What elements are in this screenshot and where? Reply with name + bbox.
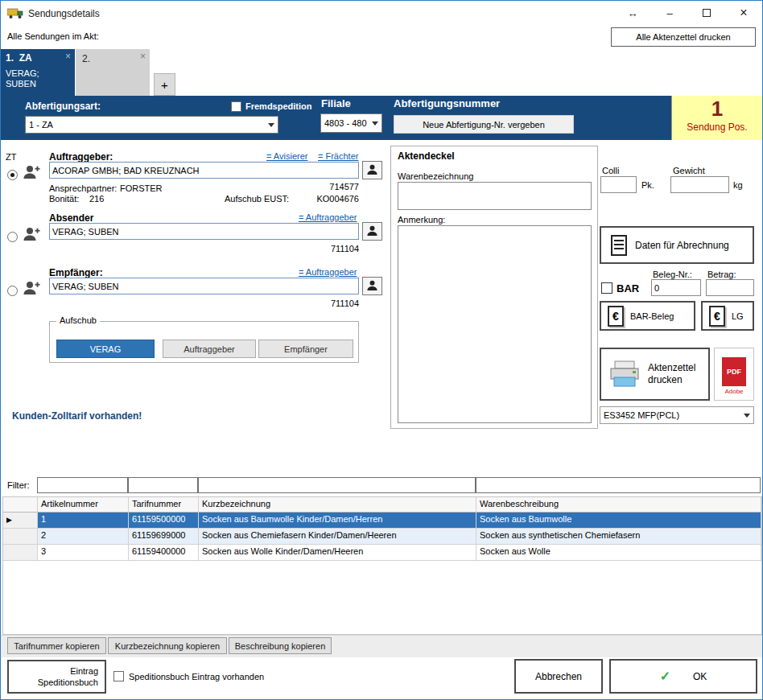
abfertigungsnummer-label: Abfertigungsnummer (394, 97, 500, 109)
cancel-button[interactable]: Abbrechen (514, 659, 603, 694)
copy-tarifnummer-button[interactable]: Tarifnummer kopieren (7, 637, 106, 654)
ok-button[interactable]: ✓ OK (609, 659, 757, 694)
colli-input[interactable] (600, 176, 637, 193)
cell-warenbeschreibung: Socken aus Wolle (476, 545, 761, 561)
aufschub-empfaenger-button[interactable]: Empfänger (258, 340, 353, 358)
bar-beleg-button[interactable]: € BAR-Beleg (600, 301, 695, 331)
row-header-cell (3, 529, 38, 545)
pdf-button[interactable]: PDF Adobe (714, 348, 754, 401)
lg-button[interactable]: € LG (701, 301, 754, 331)
absender-label: Absender (49, 212, 93, 224)
filter-input-kurzbezeichnung[interactable] (198, 477, 476, 493)
tab-sendung-2[interactable]: 2. × (76, 49, 150, 96)
bonitaet-value: 216 (89, 194, 104, 204)
add-contact-icon[interactable] (22, 225, 41, 245)
column-header-tarifnummer[interactable]: Tarifnummer (129, 497, 199, 513)
beleg-nr-label: Beleg-Nr.: (653, 270, 692, 279)
add-contact-icon[interactable] (22, 163, 41, 183)
empfaenger-auftraggeber-link[interactable]: = Auftraggeber (299, 267, 357, 277)
absender-contact-button[interactable] (362, 222, 382, 241)
filter-input-artikelnummer[interactable] (37, 477, 128, 493)
window-title: Sendungsdetails (28, 8, 100, 19)
empfaenger-contact-button[interactable] (362, 277, 382, 295)
printer-icon (608, 360, 641, 389)
person-icon (366, 279, 378, 291)
aufschub-verag-button[interactable]: VERAG (56, 340, 155, 358)
artikel-grid: Artikelnummer Tarifnummer Kurzbezeichnun… (2, 496, 762, 635)
cancel-label: Abbrechen (535, 671, 582, 682)
cell-kurzbezeichnung: Socken aus Baumwolle Kinder/Damen/Herren (199, 513, 476, 529)
cell-artikelnummer: 2 (38, 529, 129, 545)
add-contact-icon[interactable] (22, 279, 41, 299)
add-tab-button[interactable]: + (154, 73, 175, 96)
speditionsbuch-checkbox-label: Speditionsbuch Eintrag vorhanden (129, 672, 264, 681)
neue-abfertigungsnr-button[interactable]: Neue Abfertigung-Nr. vergeben (394, 115, 574, 134)
auftraggeber-contact-button[interactable] (362, 161, 382, 179)
betrag-input[interactable] (706, 279, 754, 296)
aktendeckel-title: Aktendeckel (398, 150, 455, 162)
aktendeckel-group: Aktendeckel Warenbezeichnung Anmerkung: (390, 146, 598, 429)
abrechnung-button[interactable]: Daten für Abrechnung (600, 226, 754, 264)
grid-row-3[interactable]: 3 61159400000 Socken aus Wolle Kinder/Da… (3, 545, 761, 561)
abfertigungsart-label: Abfertigungsart: (25, 101, 101, 112)
app-icon (7, 6, 25, 21)
tab-sendung-1[interactable]: 1. ZA × VERAG; SUBEN (1, 49, 75, 96)
auftraggeber-input[interactable] (49, 162, 359, 179)
row-pointer-icon: ▶ (6, 516, 12, 524)
abfertigungsart-value: 1 - ZA (26, 120, 265, 130)
euro-icon: € (709, 306, 725, 327)
chevron-down-icon (369, 114, 382, 132)
check-icon: ✓ (660, 669, 670, 684)
tab1-close-icon[interactable]: × (65, 51, 71, 62)
printer-select[interactable]: ES3452 MFP(PCL) (600, 406, 754, 424)
absender-radio[interactable] (7, 232, 18, 242)
absender-input[interactable] (49, 223, 359, 240)
warenbezeichnung-input[interactable] (398, 182, 592, 210)
lg-label: LG (732, 311, 744, 321)
speditionsbuch-checkbox[interactable] (113, 671, 124, 681)
grid-row-2[interactable]: 2 61159699000 Socken aus Chemiefasern Ki… (3, 529, 761, 545)
abfertigungsart-select[interactable]: 1 - ZA (25, 116, 278, 134)
resize-icon[interactable]: ↔ (614, 1, 651, 25)
column-header-warenbeschreibung[interactable]: Warenbeschreibung (476, 497, 761, 513)
speditionsbuch-entry-button[interactable]: Eintrag Speditionsbuch (7, 660, 106, 694)
pk-label: Pk. (641, 180, 654, 190)
pdf-icon: PDF (722, 357, 746, 386)
close-button[interactable]: × (725, 1, 762, 25)
ansprechpartner-label: Ansprechpartner: (49, 183, 117, 193)
fremdspedition-checkbox[interactable] (231, 101, 241, 112)
fraechter-link[interactable]: = Frächter (318, 151, 358, 161)
print-all-aktenzettel-button[interactable]: Alle Aktenzettel drucken (611, 27, 756, 47)
aktenzettel-print-label: Aktenzettel drucken (648, 362, 706, 386)
grid-row-1[interactable]: ▶ 1 61159500000 Socken aus Baumwolle Kin… (3, 513, 761, 529)
bar-beleg-label: BAR-Beleg (630, 311, 674, 321)
gewicht-input[interactable] (670, 176, 729, 193)
avisierer-link[interactable]: = Avisierer (266, 151, 307, 161)
cell-tarifnummer: 61159500000 (129, 513, 199, 529)
anmerkung-textarea[interactable] (398, 225, 592, 423)
filter-input-tarifnummer[interactable] (128, 477, 198, 493)
cell-kurzbezeichnung: Socken aus Chemiefasern Kinder/Damen/Hee… (199, 529, 476, 545)
aktenzettel-print-button[interactable]: Aktenzettel drucken (600, 348, 710, 401)
filiale-select[interactable]: 4803 - 480 (320, 113, 382, 133)
tab1-label: 1. ZA (6, 52, 32, 64)
copy-kurzbezeichnung-button[interactable]: Kurzbezeichnung kopieren (108, 637, 227, 654)
minimize-button[interactable]: – (651, 1, 688, 25)
pdf-icon-caption: Adobe (715, 388, 753, 395)
aufschub-auftraggeber-button[interactable]: Auftraggeber (163, 340, 256, 358)
column-header-artikelnummer[interactable]: Artikelnummer (38, 497, 129, 513)
ok-label: OK (693, 671, 707, 682)
auftraggeber-radio[interactable] (7, 170, 18, 180)
column-header-kurzbezeichnung[interactable]: Kurzbezeichnung (199, 497, 476, 513)
filter-input-warenbeschreibung[interactable] (476, 477, 761, 493)
empfaenger-input[interactable] (49, 278, 359, 294)
title-bar: Sendungsdetails ↔ – × (1, 1, 762, 25)
copy-beschreibung-button[interactable]: Beschreibung kopieren (229, 637, 332, 654)
beleg-nr-input[interactable] (651, 279, 701, 296)
tab2-close-icon[interactable]: × (140, 51, 146, 62)
bar-checkbox[interactable] (601, 282, 612, 294)
zolltarif-hint: Kunden-Zolltarif vorhanden! (12, 410, 142, 422)
empfaenger-radio[interactable] (7, 286, 18, 296)
maximize-button[interactable] (688, 1, 725, 25)
absender-auftraggeber-link[interactable]: = Auftraggeber (299, 212, 357, 222)
